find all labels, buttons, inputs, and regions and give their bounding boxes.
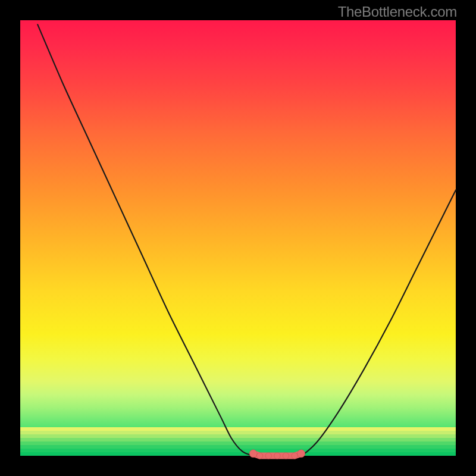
bottom-stripe-region <box>20 427 456 456</box>
svg-rect-3 <box>20 438 456 441</box>
chart-frame: TheBottleneck.com <box>0 0 476 476</box>
svg-rect-7 <box>20 452 456 456</box>
svg-rect-0 <box>20 427 456 431</box>
watermark-text: TheBottleneck.com <box>338 4 457 20</box>
svg-rect-1 <box>20 431 456 434</box>
svg-rect-5 <box>20 445 456 449</box>
plot-background-gradient <box>20 20 456 456</box>
svg-rect-6 <box>20 449 456 452</box>
svg-rect-4 <box>20 441 456 445</box>
svg-rect-2 <box>20 434 456 438</box>
